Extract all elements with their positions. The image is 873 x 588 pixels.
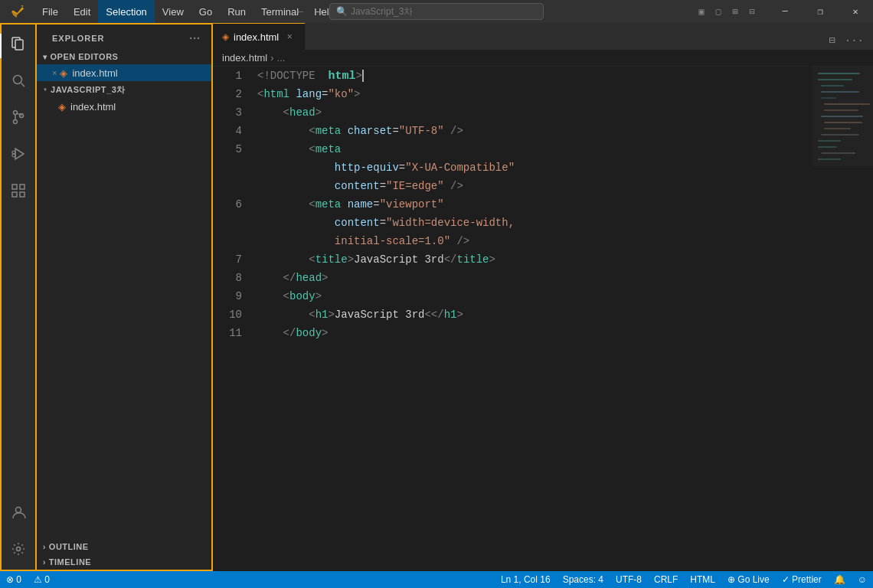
app-logo (0, 4, 34, 19)
activity-extensions[interactable] (0, 175, 37, 211)
code-line-2: <html lang="ko"> (257, 85, 812, 103)
code-line-5b: http-equiv="X-UA-Compatible" (257, 158, 812, 177)
svg-point-5 (14, 120, 18, 124)
close-icon[interactable]: × (52, 68, 57, 77)
status-language[interactable]: HTML (684, 571, 721, 588)
open-editors-chevron: ▾ (43, 53, 47, 61)
menu-edit[interactable]: Edit (66, 0, 98, 23)
svg-marker-7 (15, 149, 24, 159)
settings-icon (10, 541, 27, 562)
breadcrumb: index.html › ... (213, 50, 873, 67)
layout-icon-2[interactable]: ▢ (711, 5, 726, 18)
minimize-button[interactable]: ─ (767, 0, 803, 23)
notifications-icon: 🔔 (834, 574, 845, 585)
activity-settings[interactable] (0, 533, 37, 570)
search-activity-icon (10, 72, 27, 93)
menu-view[interactable]: View (155, 0, 191, 23)
open-file-index-html[interactable]: × ◈ index.html (37, 64, 211, 81)
svg-point-4 (14, 111, 18, 115)
code-editor[interactable]: 1 2 3 4 5 6 7 8 9 10 11 (213, 67, 812, 571)
activity-search[interactable] (0, 64, 37, 101)
maximize-button[interactable]: ❐ (803, 0, 838, 23)
status-left: ⊗ 0 ⚠ 0 (0, 571, 56, 588)
timeline-label: TIMELINE (49, 557, 91, 567)
tab-close-button[interactable]: × (283, 31, 296, 43)
spaces-text: Spaces: 4 (563, 574, 603, 585)
nav-forward-button[interactable]: → (309, 3, 328, 20)
activity-source-control[interactable] (0, 101, 37, 138)
sidebar: EXPLORER ··· ▾ OPEN EDITORS × ◈ index.ht… (37, 23, 213, 571)
activity-account[interactable] (0, 496, 37, 533)
title-bar: File Edit Selection View Go Run Terminal… (0, 0, 873, 23)
layout-icons: ▣ ▢ ⊞ ⊟ (694, 5, 760, 18)
explorer-label: EXPLORER (52, 34, 105, 43)
layout-icon-1[interactable]: ▣ (694, 5, 709, 18)
code-line-3: <head> (257, 103, 812, 122)
extensions-icon (10, 182, 27, 204)
timeline-section[interactable]: › TIMELINE (37, 554, 211, 570)
tab-file-icon: ◈ (222, 31, 229, 42)
main-area: EXPLORER ··· ▾ OPEN EDITORS × ◈ index.ht… (0, 23, 873, 571)
status-feedback[interactable]: ☺ (852, 571, 873, 588)
status-golive[interactable]: ⊕ Go Live (721, 571, 776, 588)
code-line-6b: content="width=device-width, (257, 214, 812, 232)
svg-rect-12 (12, 192, 17, 197)
breadcrumb-location[interactable]: ... (277, 52, 286, 64)
status-notifications[interactable]: 🔔 (828, 571, 852, 588)
code-content: <!DOCTYPE html> <html lang="ko"> <head> … (251, 67, 812, 571)
svg-rect-1 (15, 40, 23, 50)
code-line-9: <body> (257, 287, 812, 305)
activity-run-debug[interactable] (0, 138, 37, 175)
warnings-count: ⚠ 0 (34, 574, 50, 585)
ln-col-text: Ln 1, Col 16 (501, 574, 551, 585)
open-editors-section[interactable]: ▾ OPEN EDITORS (37, 49, 211, 64)
feedback-icon: ☺ (858, 574, 867, 585)
svg-point-14 (16, 508, 21, 513)
status-right: Ln 1, Col 16 Spaces: 4 UTF-8 CRLF HTML ⊕… (495, 571, 873, 588)
nav-back-button[interactable]: ← (291, 3, 309, 20)
activity-explorer[interactable] (0, 28, 37, 64)
layout-icon-3[interactable]: ⊞ (728, 5, 743, 18)
files-icon (10, 36, 27, 57)
more-actions-button[interactable]: ··· (842, 31, 867, 50)
editor-area: ◈ index.html × ⊟ ··· index.html › ... 1 … (213, 23, 873, 571)
menu-go[interactable]: Go (191, 0, 220, 23)
status-encoding[interactable]: UTF-8 (610, 571, 648, 588)
tab-index-html[interactable]: ◈ index.html × (213, 23, 305, 50)
breadcrumb-file[interactable]: index.html (222, 52, 267, 64)
tab-actions: ⊟ ··· (826, 31, 873, 50)
html-file-icon: ◈ (60, 67, 67, 79)
status-prettier[interactable]: ✓ Prettier (776, 571, 828, 588)
close-button[interactable]: ✕ (838, 0, 873, 23)
open-file-name: index.html (72, 67, 117, 79)
code-line-5a: <meta (257, 140, 812, 158)
svg-rect-32 (812, 67, 873, 166)
menu-run[interactable]: Run (220, 0, 253, 23)
breadcrumb-sep: › (270, 52, 273, 64)
status-ln-col[interactable]: Ln 1, Col 16 (495, 571, 557, 588)
code-line-7: <title>JavaScript 3rd</title> (257, 250, 812, 269)
status-bar: ⊗ 0 ⚠ 0 Ln 1, Col 16 Spaces: 4 UTF-8 CRL… (0, 571, 873, 588)
search-bar[interactable]: 🔍 (329, 3, 544, 20)
search-input[interactable] (351, 6, 537, 17)
timeline-chevron: › (43, 558, 46, 567)
code-line-6c: initial-scale=1.0" /> (257, 232, 812, 250)
menu-selection[interactable]: Selection (98, 0, 154, 23)
status-warnings[interactable]: ⚠ 0 (28, 571, 56, 588)
folder-file-index-html[interactable]: ◈ index.html (37, 98, 211, 115)
activity-bar (0, 23, 37, 571)
status-line-ending[interactable]: CRLF (648, 571, 684, 588)
code-line-1: <!DOCTYPE html> (257, 67, 812, 85)
layout-icon-4[interactable]: ⊟ (744, 5, 760, 18)
language-text: HTML (690, 574, 715, 585)
outline-label: OUTLINE (49, 542, 89, 551)
menu-file[interactable]: File (34, 0, 66, 23)
sidebar-more-button[interactable]: ··· (188, 31, 202, 46)
folder-section[interactable]: ▾ JAVASCRIPT_3차 (37, 81, 211, 98)
split-editor-button[interactable]: ⊟ (826, 31, 838, 50)
status-errors[interactable]: ⊗ 0 (0, 571, 28, 588)
folder-name: JAVASCRIPT_3차 (51, 84, 126, 96)
prettier-text: ✓ Prettier (782, 574, 822, 585)
outline-section[interactable]: › OUTLINE (37, 539, 211, 554)
status-spaces[interactable]: Spaces: 4 (557, 571, 610, 588)
